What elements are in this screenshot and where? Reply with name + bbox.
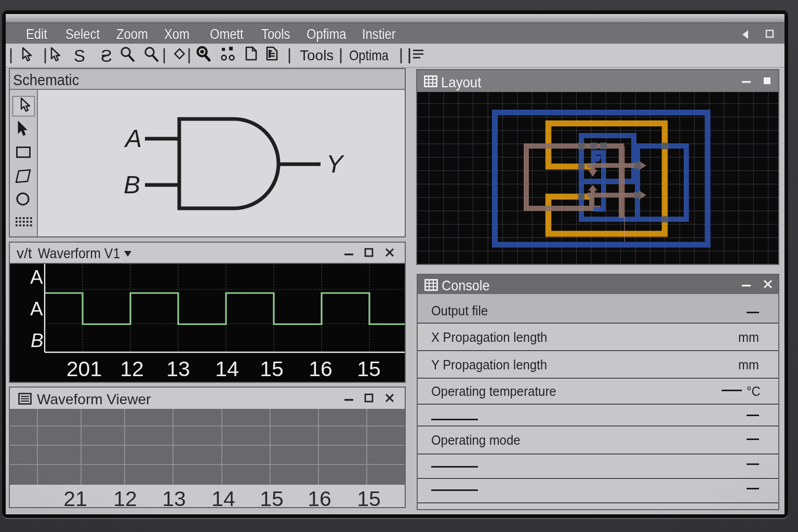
svg-text:B: B [124, 171, 140, 198]
svg-text:16: 16 [309, 357, 332, 381]
svg-text:21: 21 [63, 487, 87, 507]
svg-text:16: 16 [308, 487, 331, 507]
svg-text:15: 15 [357, 357, 381, 381]
svg-text:12: 12 [120, 357, 144, 381]
svg-text:B: B [31, 330, 44, 351]
svg-text:12: 12 [113, 487, 137, 507]
svg-text:Y: Y [326, 150, 344, 178]
svg-text:15: 15 [260, 357, 284, 381]
svg-text:13: 13 [166, 357, 190, 381]
svg-text:15: 15 [357, 487, 381, 507]
svg-text:14: 14 [211, 487, 235, 507]
svg-text:A: A [30, 267, 43, 288]
svg-text:S: S [74, 46, 85, 65]
svg-text:A: A [30, 298, 43, 320]
svg-text:A: A [124, 125, 142, 152]
svg-text:201: 201 [66, 357, 102, 381]
svg-text:15: 15 [260, 487, 284, 507]
svg-text:13: 13 [162, 487, 186, 507]
svg-text:14: 14 [215, 357, 239, 381]
